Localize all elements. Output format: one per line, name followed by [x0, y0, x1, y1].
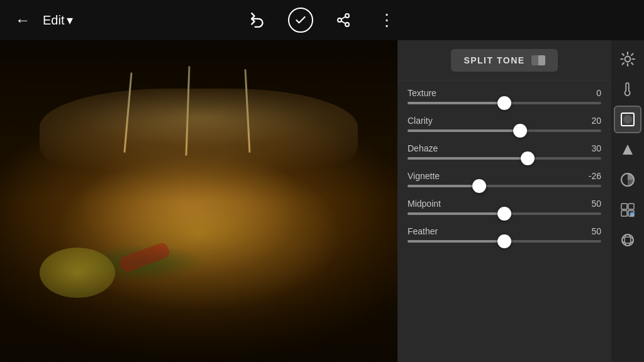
feather-value: 50 [591, 226, 601, 236]
back-button[interactable]: ← [10, 8, 35, 33]
undo-button[interactable] [245, 8, 270, 33]
dehaze-label: Dehaze [408, 143, 438, 153]
svg-point-25 [625, 234, 631, 246]
more-button[interactable]: ⋮ [374, 8, 399, 33]
vignette-label-row: Vignette -26 [408, 171, 601, 181]
svg-point-24 [622, 234, 633, 246]
vignette-icon-btn[interactable] [614, 106, 641, 133]
hsl-icon-btn[interactable] [614, 166, 641, 194]
feather-fill [408, 240, 504, 243]
midpoint-track[interactable] [408, 212, 601, 215]
vignette-value: -26 [589, 171, 601, 181]
vignette-slider-row: Vignette -26 [408, 171, 601, 187]
top-bar-left: ← Edit ▾ [10, 8, 245, 33]
vignette-thumb[interactable] [472, 179, 486, 193]
midpoint-slider-row: Midpoint 50 [408, 199, 601, 215]
svg-line-8 [623, 54, 624, 55]
clarity-slider-row: Clarity 20 [408, 116, 601, 132]
feather-label: Feather [408, 226, 438, 236]
feather-slider-row: Feather 50 [408, 226, 601, 243]
photo-placeholder [0, 40, 397, 362]
thermometer-icon-btn[interactable] [614, 75, 641, 103]
curve-icon-btn[interactable] [614, 136, 641, 163]
clarity-value: 20 [591, 116, 601, 126]
detail-icon-btn[interactable]: ★ [614, 196, 641, 224]
main-area: SPLIT TONE Texture 0 [0, 40, 644, 362]
clarity-thumb[interactable] [513, 124, 527, 138]
top-bar: ← Edit ▾ [0, 0, 644, 40]
svg-line-13 [631, 54, 633, 55]
dehaze-label-row: Dehaze 30 [408, 143, 601, 153]
vignette-track[interactable] [408, 185, 601, 187]
svg-rect-20 [621, 211, 627, 216]
midpoint-fill [408, 212, 504, 215]
texture-fill [408, 102, 504, 104]
feather-track[interactable] [408, 240, 601, 243]
clarity-label-row: Clarity 20 [408, 116, 601, 126]
svg-line-9 [631, 63, 633, 64]
svg-line-3 [341, 21, 346, 24]
vignette-label: Vignette [408, 171, 440, 181]
feather-thumb[interactable] [497, 234, 511, 248]
panel-header: SPLIT TONE [397, 40, 611, 80]
texture-label: Texture [408, 88, 436, 98]
top-bar-center: ⋮ [245, 8, 399, 33]
sun-icon-btn[interactable] [614, 45, 641, 73]
right-panel: SPLIT TONE Texture 0 [397, 40, 611, 362]
clarity-track[interactable] [408, 129, 601, 132]
dehaze-thumb[interactable] [521, 151, 535, 165]
clarity-label: Clarity [408, 116, 433, 126]
split-tone-label: SPLIT TONE [464, 55, 525, 65]
texture-slider-row: Texture 0 [408, 88, 601, 104]
dehaze-slider-row: Dehaze 30 [408, 143, 601, 160]
vignette-fill [408, 185, 479, 187]
panel-and-icons: SPLIT TONE Texture 0 [397, 40, 644, 362]
split-tone-button[interactable]: SPLIT TONE [451, 49, 557, 72]
sliders-area: Texture 0 Clarity 20 [397, 80, 611, 362]
svg-rect-19 [628, 204, 634, 209]
dark-overlay [0, 40, 397, 362]
midpoint-thumb[interactable] [497, 207, 511, 221]
svg-rect-18 [621, 204, 627, 209]
clarity-fill [408, 129, 520, 132]
edit-label[interactable]: Edit ▾ [43, 13, 73, 28]
right-icon-bar: ★ [611, 40, 644, 362]
svg-point-5 [625, 57, 631, 62]
midpoint-label: Midpoint [408, 199, 441, 209]
dehaze-value: 30 [591, 143, 601, 153]
edit-text: Edit [43, 13, 64, 28]
svg-line-4 [341, 17, 346, 19]
svg-point-26 [622, 237, 633, 243]
svg-point-15 [623, 115, 632, 124]
share-button[interactable] [331, 8, 356, 33]
texture-thumb[interactable] [497, 96, 511, 110]
split-tone-icon [531, 55, 545, 65]
svg-marker-16 [623, 145, 633, 155]
midpoint-value: 50 [591, 199, 601, 209]
dehaze-track[interactable] [408, 157, 601, 160]
svg-line-12 [623, 63, 624, 64]
confirm-button[interactable] [288, 8, 313, 33]
texture-value: 0 [596, 88, 601, 98]
image-area [0, 40, 397, 362]
texture-track[interactable] [408, 102, 601, 104]
edit-dropdown-icon: ▾ [67, 13, 73, 28]
optics-icon-btn[interactable] [614, 226, 641, 254]
dehaze-fill [408, 157, 528, 160]
